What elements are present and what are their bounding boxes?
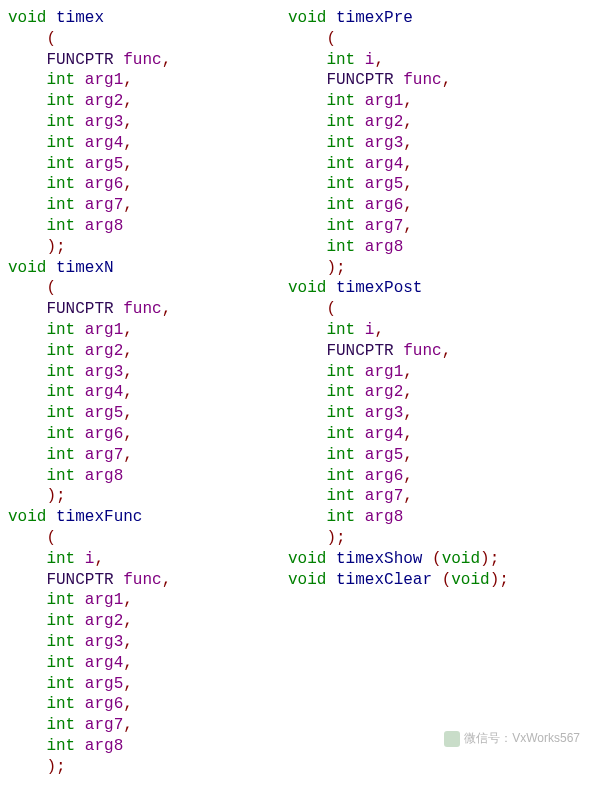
code-columns: void timex ( FUNCPTR func, int arg1, int… (8, 8, 590, 777)
watermark: 微信号：VxWorks567 (444, 731, 580, 747)
watermark-logo (444, 731, 460, 747)
code-column-left: void timex ( FUNCPTR func, int arg1, int… (8, 8, 288, 777)
watermark-text: 微信号：VxWorks567 (464, 731, 580, 747)
code-column-right: void timexPre ( int i, FUNCPTR func, int… (288, 8, 590, 777)
